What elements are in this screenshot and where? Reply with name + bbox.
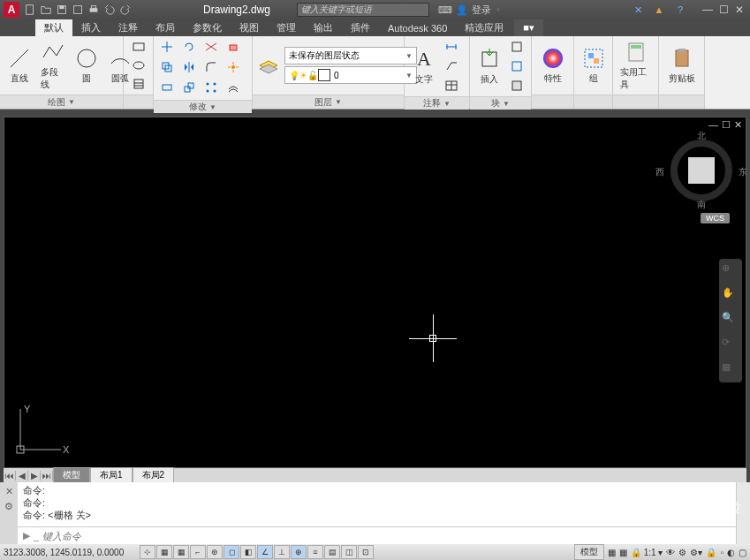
sc-button[interactable]: ⊡	[358, 545, 374, 559]
login-area[interactable]: ⌨ 👤 登录 ▼	[438, 4, 502, 17]
dyn-button[interactable]: ⊕	[291, 545, 307, 559]
viewcube-east[interactable]: 东	[739, 166, 747, 178]
clipboard-button[interactable]: 剪贴板	[665, 44, 699, 87]
group-button[interactable]: 组	[578, 44, 610, 87]
infer-button[interactable]: ⊹	[140, 545, 155, 559]
workspace-icon[interactable]: ⚙▾	[690, 548, 702, 557]
save-icon[interactable]	[55, 3, 69, 17]
mirror-icon[interactable]	[179, 58, 199, 76]
viewcube-west[interactable]: 西	[655, 166, 664, 178]
quickview-layouts-icon[interactable]: ▦	[608, 548, 616, 557]
annovis-icon[interactable]: 👁	[666, 548, 675, 557]
tab-output[interactable]: 输出	[305, 19, 342, 36]
first-tab-button[interactable]: ⏮	[4, 471, 16, 481]
leader-icon[interactable]	[442, 57, 461, 75]
3dosnap-button[interactable]: ◧	[240, 545, 256, 559]
help-search-input[interactable]: 键入关键字或短语	[297, 3, 429, 17]
edit-block-icon[interactable]	[507, 57, 527, 75]
orbit-icon[interactable]: ⟳	[722, 337, 739, 354]
zoom-icon[interactable]: 🔍	[722, 312, 739, 329]
erase-icon[interactable]	[223, 38, 243, 56]
last-tab-button[interactable]: ⏭	[41, 471, 53, 481]
snap-button[interactable]: ▦	[156, 545, 172, 559]
tab-autodesk360[interactable]: Autodesk 360	[379, 19, 456, 36]
clean-screen-icon[interactable]: ▢	[739, 548, 746, 557]
chevron-down-icon[interactable]: ▼	[443, 100, 451, 108]
chevron-down-icon[interactable]: ▼	[335, 98, 342, 106]
tab-manage[interactable]: 管理	[268, 19, 305, 36]
tab-layout[interactable]: 布局	[147, 19, 184, 36]
ducs-button[interactable]: ⊥	[274, 545, 290, 559]
tab-annotate[interactable]: 注释	[110, 19, 147, 36]
grid-button[interactable]: ▦	[173, 545, 189, 559]
tab-layout1[interactable]: 布局1	[90, 467, 133, 483]
print-icon[interactable]	[87, 3, 101, 17]
viewcube-face[interactable]	[688, 157, 715, 184]
viewcube-south[interactable]: 南	[697, 199, 706, 211]
doc-minimize-button[interactable]: —	[708, 119, 718, 131]
offset-icon[interactable]	[223, 79, 243, 96]
move-icon[interactable]	[157, 38, 177, 56]
hatch-icon[interactable]	[129, 75, 148, 93]
doc-close-button[interactable]: ✕	[734, 119, 742, 131]
text-button[interactable]: A文字	[408, 45, 440, 87]
coordinates-readout[interactable]: 3123.3008, 1245.0119, 0.0000	[4, 548, 136, 557]
open-icon[interactable]	[39, 3, 53, 17]
autodesk-icon[interactable]: ▲	[651, 2, 667, 18]
array-icon[interactable]	[201, 79, 221, 96]
tab-insert[interactable]: 插入	[72, 19, 110, 36]
toolbar-lock-icon[interactable]: 🔒	[706, 548, 716, 557]
rectangle-icon[interactable]	[129, 38, 148, 56]
drawing-area[interactable]: — ☐ ✕ 北 南 东 西 WCS ⊕ ✋ 🔍 ⟳ ▦ Y X	[4, 117, 746, 468]
dimension-icon[interactable]	[442, 38, 461, 56]
explode-icon[interactable]	[223, 58, 243, 76]
layer-state-combo[interactable]: 未保存的图层状态▼	[284, 47, 417, 64]
help-icon[interactable]: ?	[672, 2, 688, 18]
pan-icon[interactable]: ✋	[722, 287, 739, 305]
minimize-button[interactable]: —	[701, 4, 715, 16]
qp-button[interactable]: ◫	[341, 545, 357, 559]
saveas-icon[interactable]	[71, 3, 85, 17]
tpy-button[interactable]: ▤	[324, 545, 340, 559]
line-button[interactable]: 直线	[4, 44, 35, 87]
otrack-button[interactable]: ∠	[257, 545, 273, 559]
layer-properties-button[interactable]	[256, 53, 281, 78]
ellipse-icon[interactable]	[129, 57, 148, 74]
command-scrollbar[interactable]	[736, 482, 750, 544]
exchange-icon[interactable]: ✕	[630, 2, 646, 18]
ortho-button[interactable]: ⌐	[190, 545, 206, 559]
cmd-options-icon[interactable]: ⚙	[4, 501, 13, 512]
close-cmd-icon[interactable]: ✕	[5, 486, 13, 497]
scale-icon[interactable]	[179, 79, 199, 96]
tab-view[interactable]: 视图	[231, 19, 268, 36]
block-attr-icon[interactable]	[507, 77, 527, 95]
viewcube[interactable]: 北 南 东 西	[666, 135, 737, 206]
annoauto-icon[interactable]: ⚙	[678, 548, 686, 557]
prev-tab-button[interactable]: ◀	[16, 471, 28, 481]
properties-button[interactable]: 特性	[537, 44, 569, 87]
tab-model[interactable]: 模型	[53, 467, 90, 483]
maximize-button[interactable]: ☐	[716, 4, 731, 16]
chevron-down-icon[interactable]: ▼	[68, 98, 75, 106]
stretch-icon[interactable]	[157, 79, 177, 96]
showmotion-icon[interactable]: ▦	[722, 361, 739, 379]
tab-default[interactable]: 默认	[35, 19, 72, 36]
circle-button[interactable]: 圆	[71, 44, 102, 87]
lwt-button[interactable]: ≡	[307, 545, 323, 559]
wcs-badge[interactable]: WCS	[701, 213, 730, 223]
quickview-drawings-icon[interactable]: ▦	[619, 548, 627, 557]
chevron-down-icon[interactable]: ▼	[209, 103, 216, 111]
viewcube-north[interactable]: 北	[697, 130, 706, 142]
undo-icon[interactable]	[102, 3, 117, 17]
tab-parametric[interactable]: 参数化	[184, 19, 231, 36]
app-logo[interactable]: A	[4, 2, 19, 18]
doc-maximize-button[interactable]: ☐	[722, 119, 731, 131]
isolate-icon[interactable]: ◐	[727, 548, 735, 557]
table-icon[interactable]	[442, 77, 461, 95]
copy-icon[interactable]	[157, 58, 177, 76]
insert-block-button[interactable]: 插入	[473, 45, 505, 87]
redo-icon[interactable]	[118, 3, 133, 17]
model-space-button[interactable]: 模型	[574, 544, 604, 560]
rotate-icon[interactable]	[179, 38, 199, 56]
create-block-icon[interactable]	[507, 38, 527, 56]
